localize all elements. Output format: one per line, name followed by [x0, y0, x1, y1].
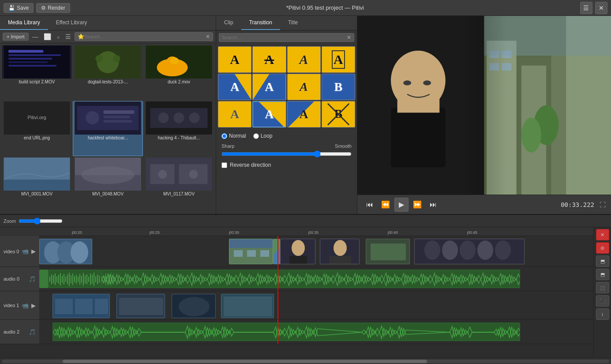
- transition-item[interactable]: A: [218, 101, 251, 128]
- close-button[interactable]: ✕: [595, 2, 607, 14]
- list-item[interactable]: dogtail-tests-2013-...: [73, 45, 143, 100]
- video-clip[interactable]: [414, 239, 525, 264]
- video-clip[interactable]: [229, 239, 273, 264]
- list-item[interactable]: hackfest whiteboar...: [73, 101, 143, 156]
- ruler-tick-25: [150, 232, 150, 236]
- svg-rect-108: [88, 277, 89, 282]
- list-item[interactable]: hacking 4 - Thibault...: [144, 101, 214, 156]
- track-action-btn-7[interactable]: ↕: [596, 308, 609, 320]
- track-audio2-bg[interactable]: [39, 320, 593, 344]
- transition-item[interactable]: A: [218, 74, 251, 100]
- svg-point-26: [189, 113, 200, 123]
- fullscreen-button[interactable]: ⛶: [600, 201, 606, 208]
- video-clip[interactable]: [366, 239, 410, 264]
- transition-block[interactable]: [273, 239, 280, 264]
- svg-rect-1: [8, 50, 43, 53]
- video-clip[interactable]: [39, 239, 92, 264]
- track-video0-bg[interactable]: [39, 236, 593, 266]
- clip-thumbnail: [53, 294, 110, 318]
- skip-to-start-button[interactable]: ⏮: [363, 198, 377, 212]
- transition-letter: A: [265, 80, 274, 94]
- transition-item[interactable]: A: [252, 46, 286, 73]
- list-item[interactable]: MVI_0048.MOV: [73, 157, 143, 212]
- scrollbar-thumb[interactable]: [63, 360, 427, 363]
- transition-item[interactable]: A: [287, 74, 321, 100]
- video-clip[interactable]: [52, 294, 110, 318]
- list-item[interactable]: Pitivi.org end URL.png: [2, 101, 72, 156]
- tab-title[interactable]: Title: [280, 16, 306, 30]
- svg-point-18: [86, 111, 99, 124]
- video1-expand-button[interactable]: ▶: [31, 302, 36, 309]
- video-clip[interactable]: [172, 294, 216, 318]
- svg-rect-100: [74, 276, 75, 282]
- track-video1-bg[interactable]: [39, 291, 593, 319]
- track-action-btn-4[interactable]: ⬒: [596, 269, 609, 280]
- menu-button[interactable]: ☰: [580, 2, 592, 14]
- list-item[interactable]: build script 2.MOV: [2, 45, 72, 100]
- audio-clip[interactable]: [48, 270, 101, 288]
- clip-thumbnail: [281, 239, 315, 264]
- remove-media-button[interactable]: —: [30, 32, 40, 41]
- video-clip[interactable]: [116, 294, 165, 318]
- svg-rect-28: [4, 180, 70, 191]
- tab-effect-library[interactable]: Effect Library: [48, 16, 95, 30]
- loop-radio[interactable]: Loop: [253, 133, 273, 139]
- video-clip[interactable]: [320, 239, 360, 264]
- track-action-btn-3[interactable]: ⬒: [596, 255, 609, 267]
- transition-item[interactable]: B: [322, 74, 355, 100]
- transition-item[interactable]: A: [322, 46, 355, 73]
- svg-rect-132: [119, 298, 163, 315]
- media-toolbar: + Import — ⬜ ⬦ ☰ ⭐ ✕: [0, 30, 216, 43]
- save-button[interactable]: 💾 Save: [4, 3, 34, 13]
- timeline-tracks-area[interactable]: 00:20 00:25 00:30 00:35 00:40 00:45: [39, 227, 593, 358]
- audio-clip[interactable]: [52, 323, 520, 341]
- list-item[interactable]: MVI_0001.MOV: [2, 157, 72, 212]
- step-back-button[interactable]: ⏪: [379, 198, 393, 212]
- transition-item[interactable]: A: [218, 46, 251, 73]
- video-clip[interactable]: [280, 239, 315, 264]
- transition-item[interactable]: A: [287, 101, 321, 128]
- list-view-button[interactable]: ☰: [64, 32, 73, 41]
- track-action-btn-1[interactable]: ✕: [596, 229, 609, 240]
- media-thumbnail: [73, 158, 142, 191]
- skip-to-end-button[interactable]: ⏭: [426, 198, 440, 212]
- svg-rect-96: [67, 274, 68, 284]
- clear-transition-search-icon[interactable]: ✕: [347, 34, 351, 41]
- normal-radio-input[interactable]: [221, 133, 227, 139]
- track-label-audio0: audio 0 🎵: [0, 267, 39, 291]
- timeline-area: Zoom video 0 📹 ▶ audio 0 🎵 video 1 📹: [0, 214, 611, 364]
- track-action-btn-5[interactable]: ⬚: [596, 282, 609, 293]
- reverse-direction-checkbox[interactable]: [221, 162, 227, 168]
- transition-item[interactable]: A: [252, 74, 286, 100]
- video-clip[interactable]: [221, 294, 274, 318]
- tab-transition[interactable]: Transition: [241, 16, 280, 30]
- transition-item[interactable]: B: [322, 101, 355, 128]
- play-pause-button[interactable]: ▶: [394, 198, 409, 212]
- tab-clip[interactable]: Clip: [216, 16, 241, 30]
- transition-search-input[interactable]: [222, 35, 347, 40]
- audio-clip[interactable]: [39, 270, 48, 288]
- video0-expand-button[interactable]: ▶: [31, 248, 36, 255]
- normal-radio[interactable]: Normal: [221, 133, 246, 139]
- track-action-btn-6[interactable]: ⬛: [596, 295, 609, 307]
- list-item[interactable]: MVI_0117.MOV: [144, 157, 214, 212]
- media-search-input[interactable]: [84, 34, 206, 39]
- zoom-slider[interactable]: [19, 218, 63, 225]
- list-item[interactable]: duck 2.mov: [144, 45, 214, 100]
- audio-clip[interactable]: [101, 270, 520, 288]
- filter-button[interactable]: ⬦: [55, 32, 62, 41]
- track-action-btn-2[interactable]: ⊘: [596, 242, 609, 254]
- preview-media-button[interactable]: ⬜: [42, 32, 53, 41]
- loop-radio-input[interactable]: [253, 133, 259, 139]
- transition-item[interactable]: A: [287, 46, 321, 73]
- step-forward-button[interactable]: ⏩: [410, 198, 424, 212]
- transition-item[interactable]: A: [252, 101, 286, 128]
- svg-point-47: [403, 80, 411, 85]
- sharpness-slider[interactable]: [221, 150, 352, 158]
- clear-search-icon[interactable]: ✕: [206, 34, 210, 40]
- timeline-scrollbar[interactable]: [0, 358, 611, 364]
- import-button[interactable]: + Import: [3, 33, 29, 41]
- render-button[interactable]: ⚙ Render: [36, 3, 70, 13]
- tab-media-library[interactable]: Media Library: [0, 16, 48, 30]
- track-audio0-bg[interactable]: [39, 267, 593, 291]
